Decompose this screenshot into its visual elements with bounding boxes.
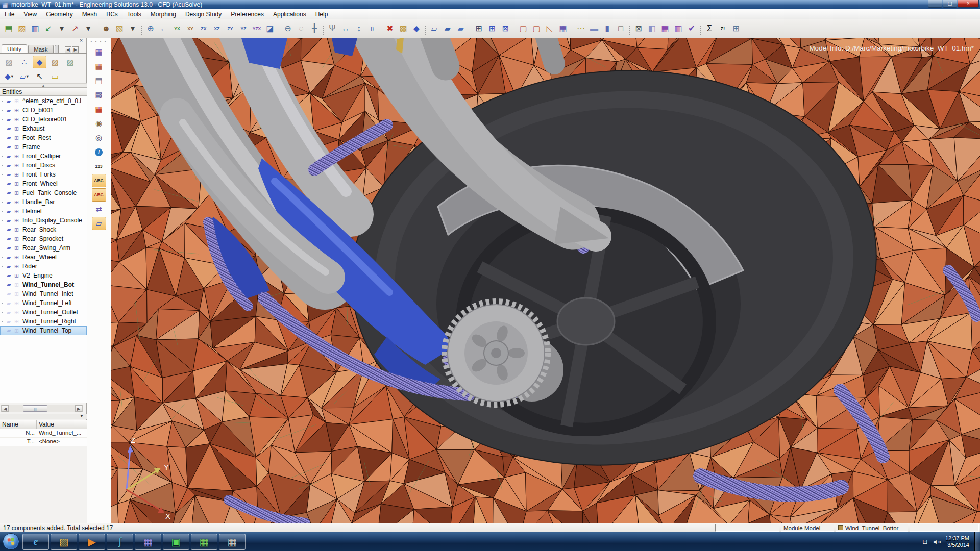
mesh-state-icon[interactable]: ⊞ [14,216,21,225]
organize-browser-icon[interactable]: ▧ [113,22,126,35]
mesh-state-icon[interactable]: ⊞ [14,161,21,170]
geometry-flag-icon[interactable]: ▰ [7,225,13,234]
geometry-flag-icon[interactable]: ▰ [7,96,13,106]
mesh-state-icon[interactable]: ⊞ [14,262,21,271]
geometry-flag-icon[interactable]: ▰ [7,326,13,335]
geometry-flag-icon[interactable]: ▰ [7,289,13,298]
mesh-state-icon[interactable]: ⊞ [14,207,21,216]
menu-mesh[interactable]: Mesh [78,10,102,19]
scroll-left-icon[interactable]: ◀ [2,405,9,412]
geometry-flag-icon[interactable]: ▰ [7,317,13,326]
view-xz-icon[interactable]: XZ [210,22,224,35]
geometry-flag-icon[interactable]: ▰ [7,197,13,207]
flip-plane-icon[interactable]: ◪ [263,22,277,35]
mesh-check-icon[interactable]: ✔ [685,22,698,35]
spherical-clip-icon[interactable]: ◉ [92,117,106,130]
show-desktop-button[interactable] [974,532,980,551]
zoom-out-icon[interactable]: ⊖ [281,22,295,35]
network-icon[interactable]: ⊡ [922,538,927,545]
geometry-flag-icon[interactable]: ▰ [7,253,13,262]
delete-icon[interactable]: ✖ [383,22,397,35]
fit-view-icon[interactable]: ⊕ [144,22,157,35]
tree-item-rear-wheel[interactable]: ▰⊞Rear_Wheel [0,253,87,262]
geometry-flag-icon[interactable]: ▰ [7,262,13,271]
unmask-elems-icon[interactable]: ▦ [92,103,106,116]
shaded-elems-icon[interactable]: ▩ [92,88,106,102]
mesh-state-icon[interactable]: ⊞ [14,106,21,115]
tree-item-fuel-tank-console[interactable]: ▰⊞Fuel_Tank_Console [0,188,87,197]
fit-vertical-icon[interactable]: ↕ [352,22,365,35]
tree-item-wind-tunnel-inlet[interactable]: ▰⊞Wind_Tunnel_Inlet [0,289,87,298]
tab-mask[interactable]: Mask [28,45,53,53]
mesh-state-icon[interactable]: ⊞ [14,170,21,179]
hypermesh-purple-icon[interactable]: ▦ [135,534,161,550]
start-button[interactable] [3,533,19,550]
tree-item-v2-engine[interactable]: ▰⊞V2_Engine [0,271,87,280]
panel-close-icon[interactable]: × [78,37,85,43]
tree-item-helmet[interactable]: ▰⊞Helmet [0,207,87,216]
taskbar-clock[interactable]: 12:37 PM 3/5/2014 [945,535,969,548]
menu-bcs[interactable]: BCs [102,10,122,19]
ruler-icon[interactable]: ▬ [587,22,601,35]
tree-horizontal-scrollbar[interactable]: ◀ ||| ▶ [1,405,83,412]
point-edit-icon[interactable]: ◺ [543,22,556,35]
automesh-icon[interactable]: ▦ [556,22,570,35]
display-solid-icon[interactable]: ◆ [33,56,46,68]
menu-applications[interactable]: Applications [268,10,311,19]
tree-item-wind-tunnel-top[interactable]: ▰⊞Wind_Tunnel_Top [0,326,87,335]
title-bar[interactable]: ▦ motorbike_WT_01.hm* - Engineering Solu… [0,0,980,9]
menu-view[interactable]: View [19,10,41,19]
mesh-state-icon[interactable]: ⊞ [14,234,21,243]
tree-item-front-calliper[interactable]: ▰⊞Front_Calliper [0,152,87,161]
info-icon[interactable]: i [92,145,106,159]
mesh-state-icon[interactable]: ⊞ [14,308,21,317]
ie-icon[interactable]: e [22,534,49,550]
menu-geometry[interactable]: Geometry [41,10,78,19]
view-yx-icon[interactable]: YX [170,22,184,35]
tree-item-cfd-bl001[interactable]: ▰⊞CFD_bl001 [0,106,87,115]
surface-edit-icon[interactable]: ▱ [428,22,441,35]
display-mesh-icon[interactable]: ▱▾ [17,70,31,83]
view-zy-icon[interactable]: ZY [224,22,237,35]
minimize-button[interactable]: _ [928,0,942,8]
hypermesh-green-icon[interactable]: ▦ [191,534,217,550]
save-model-icon[interactable]: ▥ [29,22,42,35]
shaded-view-icon[interactable]: ◧ [645,22,658,35]
element-box-check-icon[interactable]: ⊠ [632,22,645,35]
column-header-name[interactable]: Name [0,420,37,429]
dolphin-app-icon[interactable]: ∫ [107,534,133,550]
media-player-icon[interactable]: ▶ [79,534,105,550]
geometry-flag-icon[interactable]: ▰ [7,243,13,253]
tree-item-exhaust[interactable]: ▰⊞Exhaust [0,124,87,133]
mesh-state-icon[interactable]: ⊞ [14,243,21,253]
open-model-icon[interactable]: ▨ [15,22,29,35]
mesh-state-icon[interactable]: ⊞ [14,298,21,308]
geometry-flag-icon[interactable]: ▰ [7,207,13,216]
tree-item-front-forks[interactable]: ▰⊞Front_Forks [0,170,87,179]
view-zx-icon[interactable]: ZX [197,22,210,35]
mesh-state-icon[interactable]: ⊞ [14,280,21,289]
strip-drag-handle[interactable]: • • • • [87,39,111,44]
table-row[interactable]: N...Wind_Tunnel_... [0,429,87,438]
mesh-state-icon[interactable]: ⊞ [14,197,21,207]
edge-edit-icon[interactable]: ▢ [530,22,543,35]
wireframe-elems-icon[interactable]: ▤ [92,74,106,87]
quick-edit-icon[interactable]: ▢ [517,22,530,35]
menu-morphing[interactable]: Morphing [146,10,181,19]
view-yz-icon[interactable]: YZ [237,22,250,35]
table-row[interactable]: T...<None> [0,438,87,446]
folder-user-icon[interactable]: ▨ [48,56,62,68]
create-geometry-icon[interactable]: ◆ [410,22,423,35]
user-profile-icon[interactable]: ☻ [100,22,113,35]
geometry-flag-icon[interactable]: ▰ [7,161,13,170]
tree-item-wind-tunnel-right[interactable]: ▰⊞Wind_Tunnel_Right [0,317,87,326]
previous-view-icon[interactable]: ← [157,22,170,35]
sigma-load-icon[interactable]: Σ! [716,22,729,35]
restore-button[interactable]: ▢ [943,0,957,8]
tree-item-rear-swing-arm[interactable]: ▰⊞Rear_Swing_Arm [0,243,87,253]
mesh-state-icon[interactable]: ⊞ [14,326,21,335]
pointer-icon[interactable]: ↖ [33,70,46,83]
geometry-flag-icon[interactable]: ▰ [7,179,13,188]
surface-trim-icon[interactable]: ▰ [441,22,454,35]
tree-item-wind-tunnel-bot[interactable]: ▰⊞Wind_Tunnel_Bot [0,280,87,289]
